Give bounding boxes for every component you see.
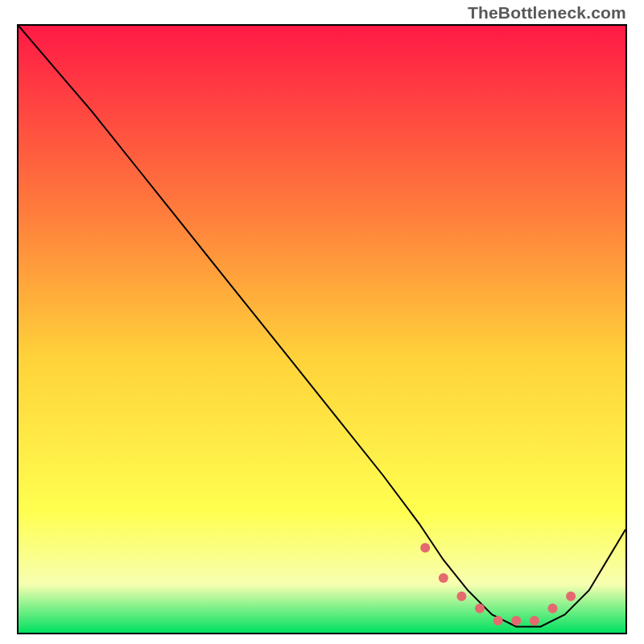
optimal-marker [456,592,466,601]
attribution-text: TheBottleneck.com [468,3,626,23]
optimal-marker [493,616,503,625]
optimal-marker [511,616,521,625]
optimal-marker [475,604,485,613]
optimal-marker [548,604,558,613]
optimal-marker [439,573,448,583]
optimal-marker [530,616,539,625]
bottleneck-plot [17,24,627,634]
optimal-marker [420,543,430,552]
optimal-marker [566,592,576,601]
plot-svg [19,26,625,633]
heatmap-background [19,26,625,633]
